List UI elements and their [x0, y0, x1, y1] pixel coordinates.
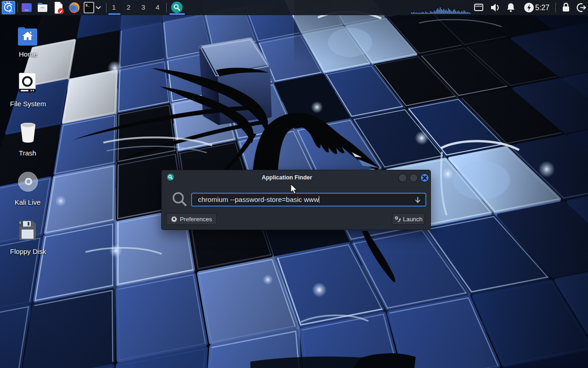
svg-text:$_: $_	[85, 3, 90, 7]
